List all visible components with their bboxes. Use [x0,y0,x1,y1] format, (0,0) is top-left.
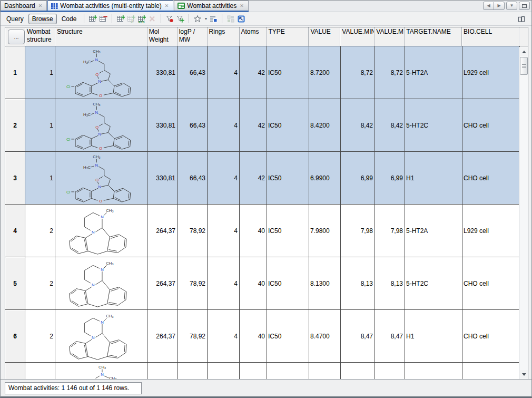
target-name-cell[interactable]: 5-HT2A [405,205,462,257]
structure-cell[interactable] [55,205,147,257]
column-header-rings[interactable]: Rings [208,27,240,46]
atoms-cell[interactable]: 40 [240,257,267,310]
column-header-structure[interactable]: Structure [55,27,147,46]
rings-cell[interactable]: 4 [208,99,240,152]
rings-cell[interactable]: 4 [208,310,240,363]
bio-cell-cell[interactable]: CHO cell [462,310,520,363]
column-header-bio-cell[interactable]: BIO.CELL [462,27,519,46]
mol-weight-cell[interactable]: 264,37 [147,310,178,363]
type-cell[interactable]: IC50 [267,205,309,257]
structure-cell[interactable] [55,99,147,152]
add-filter-icon[interactable] [175,14,185,24]
value-min-cell[interactable]: 8,72 [341,46,375,99]
value-max-cell[interactable]: 6,99 [375,152,405,205]
value-cell[interactable] [309,363,341,380]
value-cell[interactable]: 8.4200 [309,99,341,152]
close-icon[interactable]: ✕ [37,3,44,9]
close-icon[interactable]: ✕ [164,3,170,9]
type-cell[interactable]: IC50 [267,99,309,152]
atoms-cell[interactable]: 42 [240,46,267,99]
column-header-atoms[interactable]: Atoms [240,27,267,46]
structure-cell[interactable] [55,46,147,99]
delete-row-icon[interactable] [98,14,108,24]
tab-dashboard[interactable]: Dashboard ✕ [1,1,47,11]
type-cell[interactable]: IC50 [267,310,309,363]
chevron-down-icon[interactable]: ▼ [204,17,208,21]
structure-cell[interactable] [55,152,147,205]
open-in-window-icon[interactable] [237,14,246,24]
type-cell[interactable] [267,363,309,380]
target-name-cell[interactable]: 5-HT2A [405,46,462,99]
column-header-value-max[interactable]: VALUE.M [375,27,405,46]
scroll-tabs-left-button[interactable]: ◀ [483,2,494,10]
vertical-scrollbar[interactable] [519,47,528,379]
atoms-cell[interactable]: 42 [240,99,267,152]
logp-mw-cell[interactable] [178,363,208,380]
value-min-cell[interactable]: 8,42 [341,99,375,152]
value-max-cell[interactable]: 7,98 [375,205,405,257]
value-cell[interactable]: 6.9900 [309,152,341,205]
row-number-cell[interactable]: 3 [5,152,25,205]
atoms-cell[interactable]: 40 [240,205,267,257]
bio-cell-cell[interactable]: CHO cell [462,257,520,310]
wombat-structure-cell[interactable] [25,363,55,380]
structure-cell[interactable] [55,310,147,363]
column-header-mol-weight[interactable]: Mol Weight [147,27,178,46]
query-button[interactable]: Query [3,14,27,24]
tab-wombat-multi-entity[interactable]: Wombat activities (multi-entity table) ✕ [47,1,173,11]
mol-weight-cell[interactable]: 330,81 [147,46,178,99]
column-header-logp-mw[interactable]: logP / MW [178,27,208,46]
logp-mw-cell[interactable]: 66,43 [178,99,208,152]
mol-weight-cell[interactable]: 264,37 [147,257,178,310]
insert-row-icon[interactable] [88,14,97,24]
code-button[interactable]: Code [58,14,81,24]
mol-weight-cell[interactable]: 330,81 [147,99,178,152]
maximize-button[interactable] [519,2,530,10]
atoms-cell[interactable]: 42 [240,152,267,205]
target-name-cell[interactable]: 5-HT2C [405,257,462,310]
tab-wombat-activities[interactable]: Wombat activities ✕ [174,1,248,11]
mol-weight-cell[interactable]: 330,81 [147,152,178,205]
lists-icon[interactable] [209,14,218,24]
logp-mw-cell[interactable]: 66,43 [178,46,208,99]
value-max-cell[interactable] [375,363,405,380]
value-cell[interactable]: 7.9800 [309,205,341,257]
rings-cell[interactable]: 4 [208,205,240,257]
rings-cell[interactable] [208,363,240,380]
structure-cell[interactable] [55,257,147,310]
browse-button[interactable]: Browse [28,14,57,24]
value-min-cell[interactable]: 6,99 [341,152,375,205]
add-calculated-field-icon[interactable]: a+b [137,14,146,24]
column-header-type[interactable]: TYPE [267,27,309,46]
wombat-structure-cell[interactable]: 1 [25,99,55,152]
atoms-cell[interactable]: 40 [240,310,267,363]
bio-cell-cell[interactable]: L929 cell [462,205,520,257]
row-number-cell[interactable]: 5 [5,257,25,310]
structure-cell[interactable] [55,363,147,380]
query-filter-icon[interactable] [165,14,174,24]
favorites-star-icon[interactable] [193,14,202,24]
column-header-wombat-structure[interactable]: Wombat structure [25,27,55,46]
wombat-structure-cell[interactable]: 2 [25,310,55,363]
value-max-cell[interactable]: 8,47 [375,310,405,363]
value-cell[interactable]: 8.4700 [309,310,341,363]
rings-cell[interactable]: 4 [208,257,240,310]
logp-mw-cell[interactable]: 78,92 [178,257,208,310]
wombat-structure-cell[interactable]: 1 [25,152,55,205]
bio-cell-cell[interactable] [462,363,520,380]
column-chooser-button[interactable]: ... [8,30,25,44]
target-name-cell[interactable]: H1 [405,152,462,205]
book-icon[interactable] [517,14,526,24]
value-max-cell[interactable]: 8,72 [375,46,405,99]
scrollbar-up-button[interactable] [520,47,528,56]
value-min-cell[interactable]: 8,47 [341,310,375,363]
target-name-cell[interactable] [405,363,462,380]
row-number-cell[interactable]: 6 [5,310,25,363]
bio-cell-cell[interactable]: L929 cell [462,46,520,99]
tab-list-dropdown-button[interactable]: ▼ [506,2,517,10]
rings-cell[interactable]: 4 [208,46,240,99]
bio-cell-cell[interactable]: CHO cell [462,99,520,152]
target-name-cell[interactable]: H1 [405,310,462,363]
close-icon[interactable]: ✕ [239,3,245,9]
mol-weight-cell[interactable] [147,363,178,380]
